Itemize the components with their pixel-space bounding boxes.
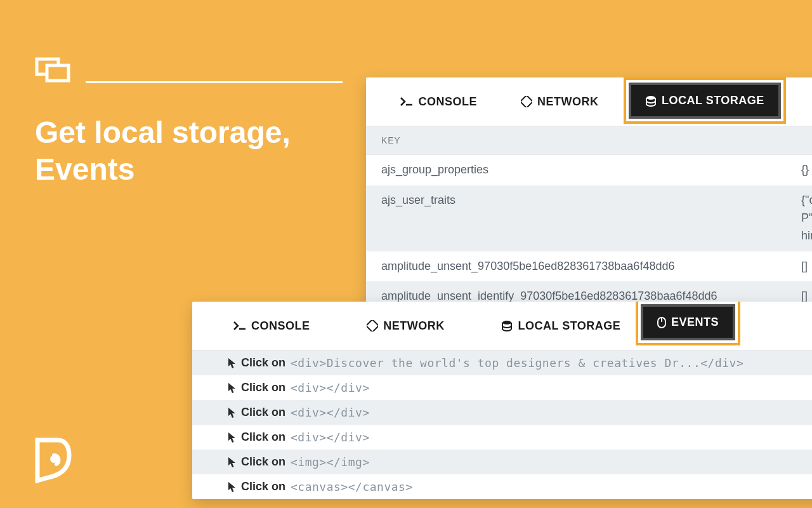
event-row[interactable]: Click on<div></div>	[192, 400, 812, 425]
active-tab-highlight: EVENTS	[636, 302, 740, 345]
mouse-icon	[657, 317, 666, 328]
svg-rect-1	[47, 65, 69, 81]
table-cell-value: []	[801, 258, 812, 276]
tab-console[interactable]: CONSOLE	[233, 319, 310, 333]
event-action-label: Click on	[241, 406, 285, 419]
table-cell-value: {"c P" him	[801, 192, 812, 245]
tab-events-label: EVENTS	[671, 316, 719, 329]
table-cell-key: ajs_group_properties	[381, 161, 801, 179]
event-target-code: <img></img>	[291, 455, 370, 469]
tab-localstorage-label: LOCAL STORAGE	[662, 94, 764, 107]
event-row[interactable]: Click on<div></div>	[192, 375, 812, 400]
table-cell-value: {}	[801, 161, 812, 179]
svg-point-5	[646, 96, 655, 100]
tab-localstorage[interactable]: LOCAL STORAGE	[501, 319, 620, 333]
promo-title-line1: Get local storage,	[35, 116, 291, 149]
event-row[interactable]: Click on<canvas></canvas>	[192, 474, 812, 499]
active-tab-highlight: LOCAL STORAGE	[624, 77, 786, 124]
promo-divider	[86, 81, 343, 83]
event-action-label: Click on	[241, 356, 285, 370]
promo-title-line2: Events	[35, 152, 134, 186]
table-row[interactable]: ajs_group_properties{}	[366, 155, 812, 185]
event-target-code: <div></div>	[291, 381, 370, 394]
event-target-code: <canvas></canvas>	[291, 480, 413, 493]
event-action-label: Click on	[241, 431, 285, 444]
event-row[interactable]: Click on<div></div>	[192, 425, 812, 450]
table-row[interactable]: ajs_user_traits{"c P" him	[366, 185, 812, 251]
brand-logo	[35, 438, 72, 486]
tab-network-label: NETWORK	[383, 319, 445, 333]
event-target-code: <div></div>	[291, 406, 370, 419]
console-icon	[400, 97, 413, 107]
cursor-icon	[228, 358, 236, 369]
tab-localstorage[interactable]: LOCAL STORAGE	[629, 83, 781, 119]
tab-network[interactable]: NETWORK	[367, 319, 445, 333]
console-icon	[233, 321, 246, 331]
tab-console-label: CONSOLE	[251, 319, 310, 333]
tab-console-label: CONSOLE	[418, 95, 477, 109]
event-row[interactable]: Click on<div>Discover the world's top de…	[192, 351, 812, 375]
table-header: KEY VA	[366, 126, 812, 155]
svg-rect-4	[521, 96, 532, 107]
table-row[interactable]: amplitude_unsent_97030f5be16ed828361738b…	[366, 251, 812, 282]
tab-events[interactable]: EVENTS	[641, 304, 735, 340]
tab-network[interactable]: NETWORK	[521, 95, 599, 109]
tab-console[interactable]: CONSOLE	[400, 95, 477, 109]
cursor-icon	[228, 407, 236, 418]
event-target-code: <div></div>	[291, 431, 370, 444]
event-action-label: Click on	[241, 381, 285, 394]
table-cell-key: amplitude_unsent_97030f5be16ed828361738b…	[381, 258, 801, 276]
cursor-icon	[228, 457, 236, 468]
tab-network-label: NETWORK	[537, 95, 599, 109]
database-icon	[645, 95, 657, 107]
network-icon	[367, 320, 378, 331]
cursor-icon	[228, 481, 236, 493]
network-icon	[521, 96, 532, 107]
event-target-code: <div>Discover the world's top designers …	[291, 356, 743, 370]
event-action-label: Click on	[241, 455, 285, 469]
database-icon	[501, 320, 513, 331]
promo-title: Get local storage, Events	[35, 114, 291, 187]
overlap-icon	[35, 57, 70, 85]
tab-localstorage-label: LOCAL STORAGE	[518, 319, 620, 333]
table-cell-key: ajs_user_traits	[381, 192, 801, 245]
svg-point-8	[502, 321, 511, 324]
event-row[interactable]: Click on<img></img>	[192, 450, 812, 474]
table-header-key: KEY	[381, 135, 801, 145]
table-body: ajs_group_properties{}ajs_user_traits{"c…	[366, 155, 812, 312]
svg-rect-7	[367, 320, 378, 331]
cursor-icon	[228, 382, 236, 394]
event-action-label: Click on	[241, 480, 285, 493]
events-list: Click on<div>Discover the world's top de…	[192, 350, 812, 499]
cursor-icon	[228, 432, 236, 443]
table-header-value: VA	[801, 135, 812, 145]
